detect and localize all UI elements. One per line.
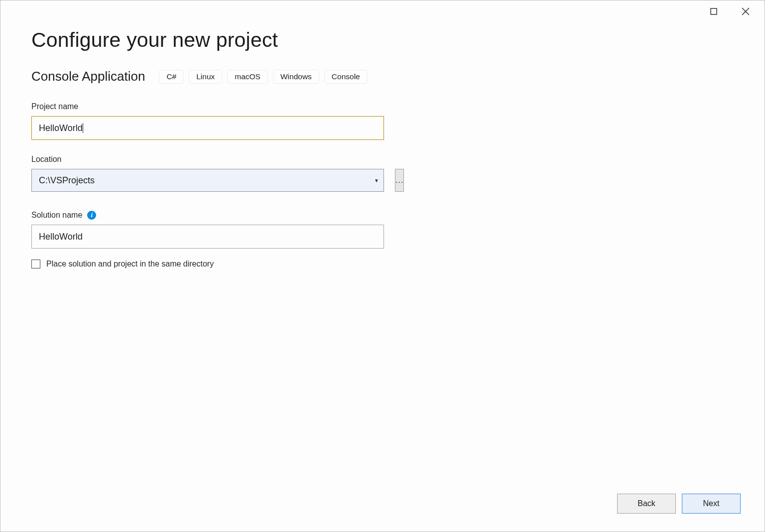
template-tag: macOS (227, 70, 268, 84)
template-tag: Linux (189, 70, 222, 84)
template-tag: Windows (273, 70, 319, 84)
text-caret (83, 123, 84, 133)
next-button[interactable]: Next (682, 494, 741, 514)
template-name: Console Application (31, 69, 145, 84)
solution-name-label: Solution name (31, 211, 82, 220)
template-tag-group: C# Linux macOS Windows Console (159, 70, 367, 84)
browse-button[interactable]: ... (395, 169, 404, 192)
maximize-button[interactable] (705, 2, 723, 20)
template-tag: C# (159, 70, 184, 84)
location-input[interactable] (31, 169, 384, 192)
close-button[interactable] (737, 2, 755, 20)
svg-rect-0 (711, 8, 717, 14)
location-combobox[interactable]: ▼ (31, 169, 384, 192)
same-directory-checkbox[interactable] (31, 260, 40, 268)
close-icon (742, 7, 750, 15)
solution-name-input[interactable] (31, 225, 384, 249)
location-label: Location (31, 155, 384, 164)
template-tag: Console (324, 70, 368, 84)
maximize-icon (710, 8, 717, 15)
project-name-input[interactable]: HelloWorld (31, 116, 384, 140)
page-title: Configure your new project (31, 28, 734, 52)
back-button[interactable]: Back (617, 494, 676, 514)
project-name-value: HelloWorld (39, 123, 83, 133)
project-name-label: Project name (31, 102, 384, 111)
info-icon[interactable]: i (87, 211, 96, 220)
same-directory-label[interactable]: Place solution and project in the same d… (46, 260, 214, 268)
